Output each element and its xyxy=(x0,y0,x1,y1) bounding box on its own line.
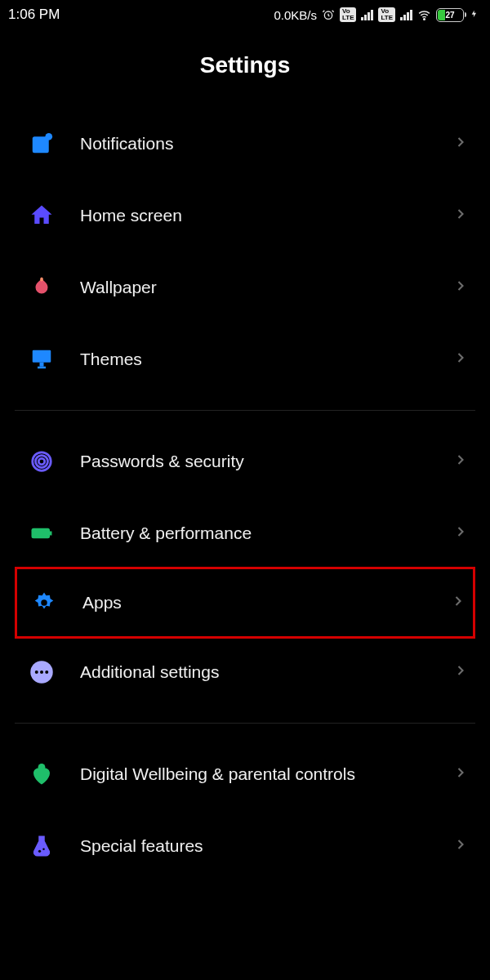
row-label: Apps xyxy=(82,592,450,613)
signal-icon-2 xyxy=(400,9,412,20)
battery-percent: 27 xyxy=(445,11,454,20)
status-left: 1:06 PM xyxy=(8,7,60,23)
row-label: Special features xyxy=(80,835,452,857)
charging-icon xyxy=(470,7,479,23)
volte-icon-1: VoLTE xyxy=(340,7,357,22)
flask-icon xyxy=(21,834,80,858)
svg-rect-12 xyxy=(50,532,52,536)
row-battery-performance[interactable]: Battery & performance xyxy=(15,497,475,569)
battery-fill xyxy=(438,10,445,20)
volte-icon-2: VoLTE xyxy=(378,7,395,22)
page-title: Settings xyxy=(0,29,490,108)
svg-point-10 xyxy=(38,458,45,465)
heart-icon xyxy=(21,762,80,786)
status-right: 0.0KB/s VoLTE VoLTE 27 xyxy=(274,7,479,23)
chevron-right-icon xyxy=(452,134,469,154)
notifications-icon xyxy=(21,131,80,156)
svg-point-19 xyxy=(38,850,41,853)
settings-group-1: Notifications Home screen Wallpaper Them… xyxy=(0,108,490,395)
svg-point-3 xyxy=(45,133,52,140)
chevron-right-icon xyxy=(452,452,469,471)
svg-point-17 xyxy=(45,670,48,674)
net-speed: 0.0KB/s xyxy=(274,8,317,22)
chevron-right-icon xyxy=(452,764,469,784)
row-additional-settings[interactable]: Additional settings xyxy=(15,636,475,708)
row-label: Battery & performance xyxy=(80,523,452,544)
alarm-icon xyxy=(322,8,335,21)
row-label: Wallpaper xyxy=(80,277,452,298)
chevron-right-icon xyxy=(452,278,469,297)
divider xyxy=(15,723,475,724)
svg-point-20 xyxy=(42,849,45,851)
clock: 1:06 PM xyxy=(8,7,60,23)
row-digital-wellbeing[interactable]: Digital Wellbeing & parental controls xyxy=(15,738,475,810)
status-bar: 1:06 PM 0.0KB/s VoLTE VoLTE 27 xyxy=(0,0,490,29)
row-notifications[interactable]: Notifications xyxy=(15,108,475,180)
row-apps[interactable]: Apps xyxy=(15,567,475,639)
chevron-right-icon xyxy=(450,593,466,612)
svg-rect-5 xyxy=(33,350,51,363)
battery-icon xyxy=(21,521,80,546)
home-icon xyxy=(21,203,80,228)
row-label: Additional settings xyxy=(80,662,452,683)
wallpaper-icon xyxy=(21,275,80,300)
battery-indicator: 27 xyxy=(436,8,464,22)
svg-rect-7 xyxy=(38,367,46,369)
ellipsis-icon xyxy=(21,660,80,684)
divider xyxy=(15,410,475,411)
row-themes[interactable]: Themes xyxy=(15,323,475,395)
fingerprint-icon xyxy=(21,449,80,474)
row-label: Notifications xyxy=(80,133,452,154)
gear-icon xyxy=(24,590,82,615)
row-label: Themes xyxy=(80,349,452,370)
svg-point-15 xyxy=(35,670,38,674)
row-passwords-security[interactable]: Passwords & security xyxy=(15,425,475,497)
themes-icon xyxy=(21,347,80,372)
chevron-right-icon xyxy=(452,836,469,856)
row-wallpaper[interactable]: Wallpaper xyxy=(15,252,475,323)
settings-group-3: Digital Wellbeing & parental controls Sp… xyxy=(0,738,490,882)
svg-point-16 xyxy=(40,670,43,674)
signal-icon-1 xyxy=(361,9,373,20)
row-label: Passwords & security xyxy=(80,451,452,472)
svg-rect-11 xyxy=(32,528,51,539)
svg-point-13 xyxy=(41,599,47,606)
svg-point-9 xyxy=(36,456,48,468)
svg-rect-6 xyxy=(40,363,44,367)
row-home-screen[interactable]: Home screen xyxy=(15,180,475,252)
wifi-icon xyxy=(417,8,431,22)
svg-point-1 xyxy=(424,18,425,20)
row-label: Digital Wellbeing & parental controls xyxy=(80,764,452,785)
chevron-right-icon xyxy=(452,523,469,543)
row-special-features[interactable]: Special features xyxy=(15,810,475,882)
chevron-right-icon xyxy=(452,350,469,369)
chevron-right-icon xyxy=(452,206,469,225)
svg-point-4 xyxy=(40,278,43,282)
settings-group-2: Passwords & security Battery & performan… xyxy=(0,425,490,708)
row-label: Home screen xyxy=(80,205,452,226)
chevron-right-icon xyxy=(452,662,469,682)
